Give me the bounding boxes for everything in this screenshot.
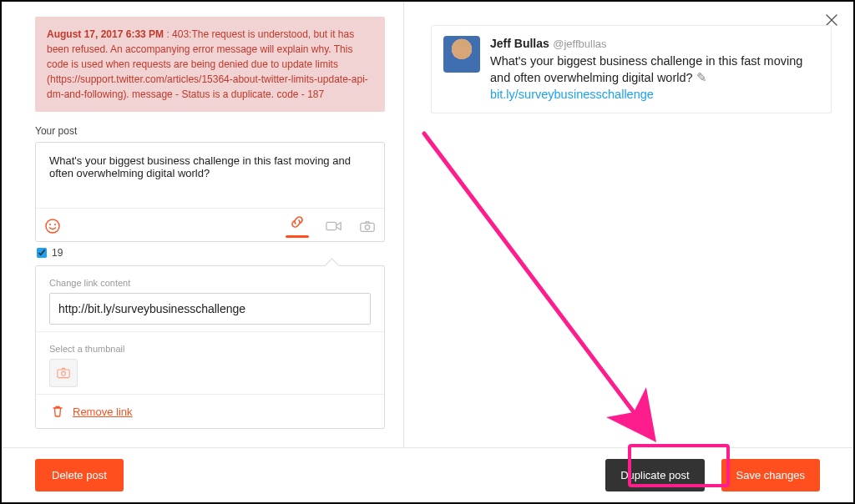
link-icon [289, 214, 306, 230]
avatar [443, 36, 480, 73]
camera-icon[interactable] [359, 218, 376, 234]
svg-point-7 [62, 371, 66, 375]
footer: Delete post Duplicate post Save changes [2, 447, 853, 502]
thumbnail-picker[interactable] [49, 359, 78, 387]
error-banner: August 17, 2017 6:33 PM : 403:The reques… [35, 17, 385, 112]
svg-point-5 [365, 224, 369, 229]
select-thumbnail-label: Select a thumbnail [49, 344, 371, 354]
your-post-label: Your post [35, 125, 385, 137]
svg-point-0 [46, 219, 59, 233]
preview-display-name: Jeff Bullas [490, 37, 549, 50]
post-preview: Jeff Bullas @jeffbullas What's your bigg… [431, 25, 832, 113]
post-text-input[interactable]: What's your biggest business challenge i… [36, 143, 384, 208]
video-icon[interactable] [326, 218, 342, 234]
emoji-icon[interactable] [44, 218, 61, 234]
svg-point-1 [49, 224, 51, 225]
twitter-count: 19 [52, 247, 63, 259]
twitter-account-checkbox[interactable] [37, 248, 47, 258]
trash-icon [49, 403, 66, 420]
svg-rect-3 [326, 222, 336, 229]
svg-point-2 [54, 224, 56, 225]
link-panel: Change link content Select a thumbnail R… [35, 265, 385, 429]
delete-post-button[interactable]: Delete post [35, 459, 124, 491]
change-link-label: Change link content [49, 278, 371, 288]
duplicate-post-button[interactable]: Duplicate post [605, 459, 704, 491]
remove-link-button[interactable]: Remove link [73, 406, 133, 418]
link-tab[interactable] [286, 214, 309, 238]
svg-rect-6 [58, 370, 69, 378]
preview-body: What's your biggest business challenge i… [490, 53, 819, 103]
svg-rect-4 [361, 223, 374, 231]
error-timestamp: August 17, 2017 6:33 PM [47, 28, 164, 40]
preview-handle: @jeffbullas [553, 38, 606, 50]
link-url-input[interactable] [49, 293, 371, 325]
preview-link[interactable]: bit.ly/surveybusinesschallenge [490, 88, 654, 101]
post-composer: What's your biggest business challenge i… [35, 142, 385, 242]
save-changes-button[interactable]: Save changes [721, 459, 820, 491]
